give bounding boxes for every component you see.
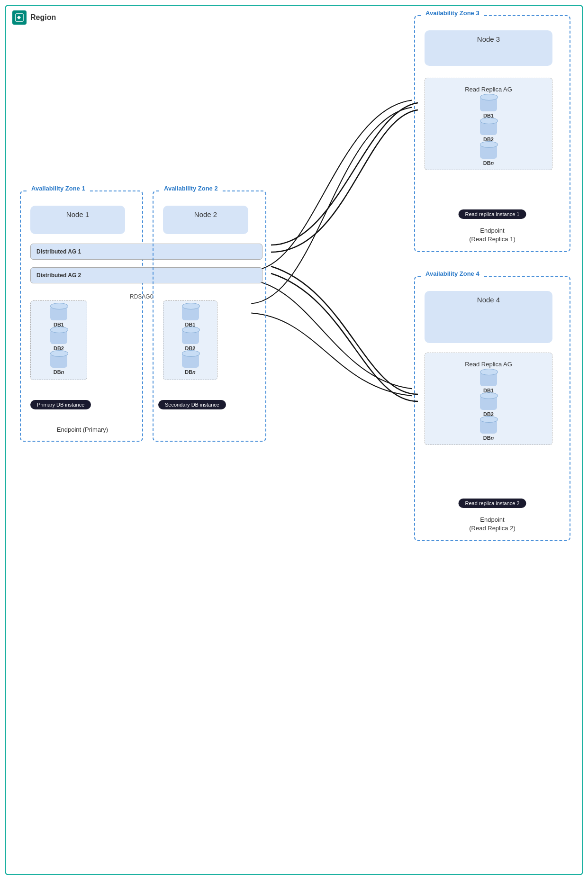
dbn-az4-shape xyxy=(480,419,497,433)
region-container: Region Availability Zone 1 Node 1 Distri… xyxy=(5,5,583,875)
availability-zone-3: Availability Zone 3 Node 3 Read Replica … xyxy=(414,15,570,252)
rr-instance1-badge-wrapper: Read replica instance 1 xyxy=(459,209,526,218)
db1-az3-shape xyxy=(480,97,497,111)
node1-label: Node 1 xyxy=(30,206,125,218)
rr-ag-label-az3: Read Replica AG xyxy=(433,82,544,95)
primary-db-instance-badge: Primary DB instance xyxy=(30,400,91,409)
db2-az3: DB2 xyxy=(480,120,497,142)
db2-az2: DB2 xyxy=(182,329,199,351)
node4-box: Node 4 xyxy=(425,291,552,343)
endpoint-primary: Endpoint (Primary) xyxy=(30,426,135,434)
db2-az1: DB2 xyxy=(50,329,67,351)
node3-label: Node 3 xyxy=(425,30,552,43)
dbn-az1-shape xyxy=(50,353,67,367)
rr-ag-box-az3: Read Replica AG DB1 DB2 DBn xyxy=(425,78,552,170)
node4-label: Node 4 xyxy=(425,291,552,304)
primary-badge-wrapper: Primary DB instance xyxy=(30,400,91,408)
region-title: Region xyxy=(30,13,56,22)
az1-label: Availability Zone 1 xyxy=(28,185,88,192)
dbn-az2-shape xyxy=(182,353,199,367)
node3-box: Node 3 xyxy=(425,30,552,66)
availability-zone-1: Availability Zone 1 Node 1 Distributed A… xyxy=(20,191,143,442)
az3-label: Availability Zone 3 xyxy=(423,9,482,17)
node2-label: Node 2 xyxy=(163,206,248,218)
dbn-az3: DBn xyxy=(480,144,497,166)
db2-az4: DB2 xyxy=(480,395,497,417)
availability-zone-2: Availability Zone 2 Node 2 DB1 DB2 DBn S… xyxy=(153,191,266,442)
db2-az3-shape xyxy=(480,120,497,135)
availability-zone-4: Availability Zone 4 Node 4 Read Replica … xyxy=(414,276,570,541)
db2-az4-shape xyxy=(480,395,497,409)
rr-instance1-badge: Read replica instance 1 xyxy=(459,209,526,219)
db2-az1-shape xyxy=(50,329,67,344)
az2-label: Availability Zone 2 xyxy=(161,185,221,192)
db1-az1-shape xyxy=(50,306,67,320)
endpoint-rr2: Endpoint(Read Replica 2) xyxy=(415,516,570,533)
db1-az1: DB1 xyxy=(50,306,67,327)
db2-az2-shape xyxy=(182,329,199,344)
db-cluster-az2: DB1 DB2 DBn xyxy=(163,300,217,380)
rr-instance2-badge-wrapper: Read replica instance 2 xyxy=(459,499,526,507)
dbn-az3-shape xyxy=(480,144,497,158)
endpoint-rr1: Endpoint(Read Replica 1) xyxy=(415,227,570,244)
az4-label: Availability Zone 4 xyxy=(423,270,482,277)
node2-box: Node 2 xyxy=(163,206,248,234)
db-cluster-az1: DB1 DB2 DBn xyxy=(30,300,87,380)
dbn-az2: DBn xyxy=(182,353,199,375)
secondary-db-instance-badge: Secondary DB instance xyxy=(158,400,226,409)
db1-az2: DB1 xyxy=(182,306,199,327)
db1-az4-shape xyxy=(480,372,497,386)
db1-az4: DB1 xyxy=(480,372,497,393)
db1-az2-shape xyxy=(182,306,199,320)
rr-ag-label-az4: Read Replica AG xyxy=(433,357,544,370)
db1-az3: DB1 xyxy=(480,97,497,118)
rdsag-label: RDSAG0 xyxy=(130,293,153,300)
rr-instance2-badge: Read replica instance 2 xyxy=(459,499,526,508)
dbn-az4: DBn xyxy=(480,419,497,441)
region-icon xyxy=(12,10,27,25)
node1-box: Node 1 xyxy=(30,206,125,234)
dbn-az1: DBn xyxy=(50,353,67,375)
secondary-badge-wrapper: Secondary DB instance xyxy=(158,400,226,408)
rr-ag-box-az4: Read Replica AG DB1 DB2 DBn xyxy=(425,353,552,445)
